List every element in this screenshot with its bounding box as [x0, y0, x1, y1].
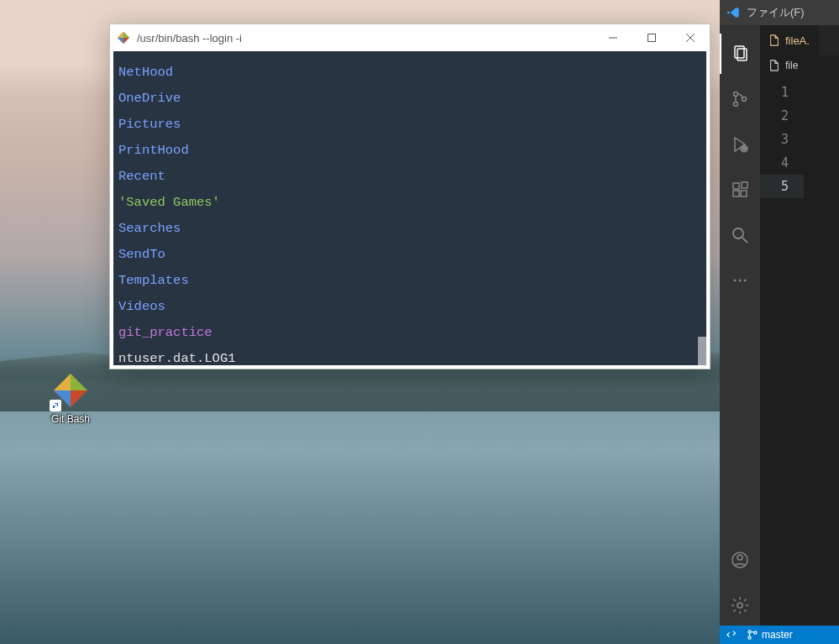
svg-rect-9 [648, 34, 656, 42]
svg-point-23 [733, 228, 743, 238]
status-branch-name: master [762, 629, 793, 641]
desktop-icon-label: Git Bash [37, 413, 104, 425]
svg-point-32 [748, 636, 751, 639]
git-terminal-icon [117, 31, 130, 45]
dir-entry: OneDrive [118, 91, 181, 106]
svg-rect-19 [733, 183, 739, 189]
line-number: 5 [760, 175, 804, 198]
activity-search[interactable] [720, 215, 760, 255]
status-branch[interactable]: master [747, 629, 793, 641]
dir-entry: SendTo [118, 247, 165, 262]
terminal-body[interactable]: NetHood OneDrive Pictures PrintHood Rece… [113, 51, 706, 365]
vscode-window: ファイル(F) [720, 0, 839, 644]
svg-rect-12 [735, 46, 744, 58]
vscode-statusbar[interactable]: master [720, 626, 839, 644]
svg-point-26 [739, 280, 742, 282]
svg-point-33 [754, 631, 757, 634]
svg-marker-6 [118, 38, 123, 44]
svg-marker-7 [118, 32, 123, 38]
terminal-window: /usr/bin/bash --login -i NetHood OneDriv… [109, 24, 711, 369]
tab-filea[interactable]: fileA. [760, 25, 819, 55]
breadcrumb-file[interactable]: file [785, 60, 798, 71]
activity-accounts[interactable] [720, 540, 760, 580]
titlebar[interactable]: /usr/bin/bash --login -i [110, 24, 710, 51]
minimize-button[interactable] [594, 24, 632, 51]
svg-rect-22 [742, 182, 747, 188]
dir-entry: Pictures [118, 117, 181, 132]
line-number: 2 [760, 104, 804, 128]
activity-settings[interactable] [720, 585, 760, 626]
svg-rect-13 [737, 49, 747, 60]
svg-marker-3 [54, 374, 71, 390]
maximize-button[interactable] [632, 24, 671, 51]
dir-entry: Searches [118, 221, 181, 236]
svg-point-31 [748, 631, 751, 633]
svg-point-14 [734, 92, 738, 97]
dir-entry: Recent [118, 169, 165, 184]
file-icon [768, 34, 780, 46]
branch-icon [747, 629, 758, 641]
svg-rect-20 [733, 191, 739, 196]
line-number-gutter: 1 2 3 4 5 [760, 76, 804, 626]
svg-point-27 [744, 280, 747, 282]
breadcrumb-row: file [760, 55, 839, 76]
svg-point-30 [737, 603, 742, 608]
svg-line-24 [742, 238, 747, 243]
vscode-icon [726, 6, 740, 19]
svg-point-29 [737, 555, 742, 560]
close-button[interactable] [671, 24, 710, 51]
dir-entry: NetHood [118, 65, 173, 80]
dir-entry: Videos [118, 299, 165, 314]
activity-explorer[interactable] [720, 34, 760, 74]
dir-entry: git_practice [118, 325, 212, 340]
dir-entry: 'Saved Games' [118, 195, 220, 210]
dir-entry: Templates [118, 273, 189, 288]
remote-icon [726, 629, 738, 641]
editor-tabs: fileA. [760, 25, 839, 55]
file-icon [768, 60, 780, 71]
svg-point-25 [734, 280, 737, 282]
svg-rect-21 [741, 191, 747, 196]
svg-point-15 [734, 102, 738, 107]
tab-label: fileA. [785, 34, 810, 47]
editor-area: fileA. file 1 2 3 4 5 [760, 25, 839, 626]
menu-file[interactable]: ファイル(F) [747, 5, 805, 20]
scrollbar-thumb[interactable] [698, 337, 706, 365]
line-number: 4 [760, 151, 804, 175]
line-number: 3 [760, 128, 804, 151]
window-title: /usr/bin/bash --login -i [137, 32, 594, 45]
svg-marker-5 [123, 32, 129, 38]
dir-entry: PrintHood [118, 143, 189, 158]
vscode-titlebar[interactable]: ファイル(F) [720, 0, 839, 25]
activity-extensions[interactable] [720, 170, 760, 210]
activity-bar [720, 25, 760, 626]
desktop-icon-git-bash[interactable]: Git Bash [37, 371, 104, 425]
activity-more[interactable] [720, 260, 760, 301]
git-bash-icon [51, 371, 90, 410]
file-entry: ntuser.dat.LOG1 [118, 351, 236, 366]
shortcut-arrow-icon [50, 400, 61, 411]
svg-marker-1 [71, 374, 87, 390]
line-number: 1 [760, 81, 804, 104]
activity-source-control[interactable] [720, 79, 760, 119]
activity-run-debug[interactable] [720, 124, 760, 165]
